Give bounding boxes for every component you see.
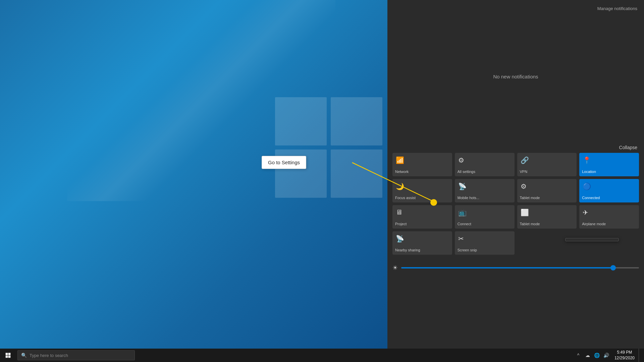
quick-tile-tablet-mode[interactable]: ⚙ Tablet mode xyxy=(517,179,577,202)
project-label: Project xyxy=(395,222,407,226)
onedrive-tray-icon[interactable]: ☁ xyxy=(584,349,592,362)
nearby-sharing-label: Nearby sharing xyxy=(395,248,420,252)
brightness-row: ☀ xyxy=(392,264,639,272)
location-icon: 📍 xyxy=(583,156,591,164)
vpn-icon: 🔗 xyxy=(521,156,529,164)
quick-tile-nearby-sharing[interactable]: 📡 Nearby sharing xyxy=(392,231,452,255)
quick-tile-location[interactable]: 📍 Location xyxy=(579,153,639,176)
bluetooth-icon: 🔵 xyxy=(583,182,591,190)
connect-icon: 📺 xyxy=(458,208,467,217)
tablet-mode2-label: Tablet mode xyxy=(520,222,540,226)
tablet-mode-icon: ⚙ xyxy=(521,182,527,190)
brightness-icon: ☀ xyxy=(392,264,398,272)
tray-expand-button[interactable]: ^ xyxy=(574,349,582,362)
goto-settings-tooltip: Go to Settings xyxy=(262,156,306,169)
mobile-hotspot-icon: 📡 xyxy=(458,182,467,190)
nearby-sharing-icon: 📡 xyxy=(396,235,404,243)
bluetooth-label: Connected xyxy=(582,196,600,200)
svg-rect-3 xyxy=(6,356,8,358)
quick-tile-all-settings[interactable]: ⚙ All settings xyxy=(455,153,515,176)
taskbar: 🔍 Type here to search ^ ☁ 🌐 🔊 5:49 PM 12… xyxy=(0,349,644,362)
start-button[interactable] xyxy=(0,349,16,362)
quick-tile-airplane[interactable]: ✈ Airplane mode xyxy=(579,205,639,229)
manage-notifications-button[interactable]: Manage notifications xyxy=(597,6,637,11)
quick-tile-tablet-mode2[interactable]: ⬜ Tablet mode xyxy=(517,205,577,229)
tablet-mode2-icon: ⬜ xyxy=(521,208,529,217)
collapse-button[interactable]: Collapse xyxy=(619,145,637,150)
system-clock[interactable]: 5:49 PM 12/29/2020 xyxy=(612,349,637,362)
tablet-mode-label: Tablet mode xyxy=(520,196,540,200)
quick-tile-screen-snip[interactable]: ✂ Screen snip xyxy=(455,231,515,255)
yellow-dot-indicator xyxy=(430,199,437,206)
context-menu xyxy=(565,238,619,241)
no-notifications-label: No new notifications xyxy=(387,74,644,79)
mobile-hotspot-label: Mobile hots... xyxy=(458,196,479,200)
quick-tile-network[interactable]: 📶 Network xyxy=(392,153,452,176)
focus-assist-label: Focus assist xyxy=(395,196,416,200)
windows-start-icon xyxy=(5,353,11,358)
network-tray-icon[interactable]: 🌐 xyxy=(593,349,601,362)
network-icon: 📶 xyxy=(396,156,404,164)
network-label: Network xyxy=(395,170,409,174)
quick-tile-vpn[interactable]: 🔗 VPN xyxy=(517,153,577,176)
screen-snip-label: Screen snip xyxy=(458,248,477,252)
quick-tile-project[interactable]: 🖥 Project xyxy=(392,205,452,229)
show-desktop-button[interactable] xyxy=(639,349,641,362)
clock-date: 12/29/2020 xyxy=(614,355,635,361)
search-icon: 🔍 xyxy=(21,353,27,358)
all-settings-label: All settings xyxy=(458,170,475,174)
quick-tile-mobile-hotspot[interactable]: 📡 Mobile hots... xyxy=(455,179,515,202)
search-placeholder: Type here to search xyxy=(30,353,68,358)
quick-tile-focus-assist[interactable]: 🌙 Focus assist xyxy=(392,179,452,202)
sound-tray-icon[interactable]: 🔊 xyxy=(602,349,610,362)
quick-tile-connect[interactable]: 📺 Connect xyxy=(455,205,515,229)
location-label: Location xyxy=(582,170,596,174)
search-bar[interactable]: 🔍 Type here to search xyxy=(17,350,135,360)
svg-rect-1 xyxy=(6,353,8,355)
desktop-background xyxy=(0,0,387,349)
action-center-panel: Manage notifications No new notification… xyxy=(387,0,644,349)
windows-logo-desktop xyxy=(275,97,387,211)
airplane-icon: ✈ xyxy=(583,208,588,217)
taskbar-tray: ^ ☁ 🌐 🔊 5:49 PM 12/29/2020 xyxy=(574,349,644,362)
svg-rect-2 xyxy=(8,353,11,355)
brightness-slider[interactable] xyxy=(401,267,639,268)
clock-time: 5:49 PM xyxy=(617,350,632,355)
quick-tile-bluetooth[interactable]: 🔵 Connected xyxy=(579,179,639,202)
focus-assist-icon: 🌙 xyxy=(396,182,404,190)
all-settings-icon: ⚙ xyxy=(458,156,464,164)
connect-label: Connect xyxy=(458,222,471,226)
airplane-label: Airplane mode xyxy=(582,222,606,226)
screen-snip-icon: ✂ xyxy=(458,235,464,243)
svg-rect-4 xyxy=(8,356,11,358)
project-icon: 🖥 xyxy=(396,208,402,216)
vpn-label: VPN xyxy=(520,170,528,174)
